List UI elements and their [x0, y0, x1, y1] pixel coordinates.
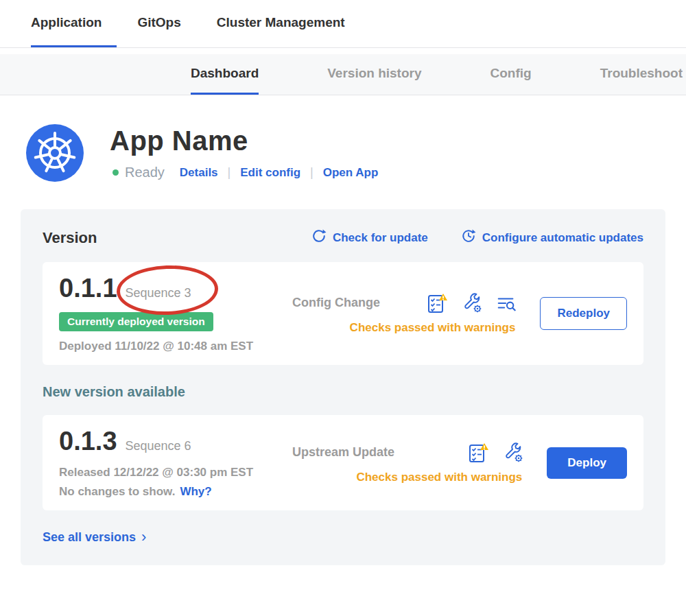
see-all-versions-link[interactable]: See all versions ›: [43, 530, 146, 545]
available-version-number: 0.1.3: [59, 427, 117, 457]
current-version-card: 0.1.1 Sequence 3 Currently deployed vers…: [43, 262, 643, 365]
kubernetes-logo-icon: [26, 124, 84, 182]
open-app-link[interactable]: Open App: [323, 166, 379, 180]
version-section-title: Version: [43, 229, 279, 247]
current-version-number: 0.1.1: [59, 274, 117, 304]
available-version-source: Upstream Update: [292, 445, 394, 460]
top-tab-gitops[interactable]: GitOps: [137, 0, 196, 47]
deploy-button[interactable]: Deploy: [547, 447, 627, 479]
redeploy-button[interactable]: Redeploy: [540, 297, 627, 330]
preflight-checks-icon[interactable]: [467, 442, 489, 464]
configure-automatic-updates-label: Configure automatic updates: [482, 231, 643, 245]
current-checks-status: Checks passed with warnings: [292, 321, 517, 335]
config-tools-icon[interactable]: [503, 442, 523, 463]
why-link[interactable]: Why?: [180, 485, 211, 499]
current-sequence-label: Sequence 3: [126, 286, 191, 300]
link-separator: |: [310, 165, 314, 180]
sub-tab-version-history[interactable]: Version history: [327, 54, 421, 95]
sub-tab-troubleshoot[interactable]: Troubleshoot: [600, 54, 683, 95]
clock-refresh-icon: [461, 228, 476, 247]
check-for-update-button[interactable]: Check for update: [311, 228, 428, 247]
see-all-versions-label: See all versions: [43, 530, 136, 545]
top-tab-cluster-management[interactable]: Cluster Management: [217, 0, 360, 47]
app-header: App Name Ready Details | Edit config | O…: [26, 124, 686, 182]
link-separator: |: [228, 165, 231, 180]
deployed-timestamp: Deployed 11/10/22 @ 10:48 am EST: [59, 340, 276, 353]
no-changes-text: No changes to show.: [59, 485, 175, 499]
edit-config-link[interactable]: Edit config: [240, 166, 300, 180]
status-ready-dot-icon: [113, 169, 119, 176]
sub-tab-dashboard[interactable]: Dashboard: [191, 54, 259, 95]
status-text: Ready: [125, 165, 165, 180]
new-version-heading: New version available: [43, 384, 643, 400]
preflight-checks-icon[interactable]: [426, 292, 448, 314]
version-panel: Version Check for update Configure autom…: [21, 209, 665, 565]
top-nav: Application GitOps Cluster Management: [0, 0, 686, 48]
sub-tab-config[interactable]: Config: [490, 54, 532, 95]
app-sub-nav: Dashboard Version history Config Trouble…: [0, 54, 686, 95]
available-version-card: 0.1.3 Sequence 6 Released 12/12/22 @ 03:…: [43, 415, 643, 511]
configure-automatic-updates-button[interactable]: Configure automatic updates: [461, 228, 643, 247]
chevron-right-icon: ›: [141, 530, 146, 545]
view-files-search-icon[interactable]: [496, 293, 517, 313]
currently-deployed-badge: Currently deployed version: [59, 312, 213, 331]
check-for-update-label: Check for update: [333, 231, 428, 245]
available-checks-status: Checks passed with warnings: [292, 471, 523, 484]
current-version-source: Config Change: [292, 296, 380, 310]
details-link[interactable]: Details: [180, 166, 218, 180]
page-title: App Name: [110, 126, 378, 156]
top-tab-application[interactable]: Application: [31, 0, 117, 47]
available-sequence-label: Sequence 6: [126, 439, 191, 453]
config-tools-icon[interactable]: [462, 293, 482, 313]
refresh-icon: [311, 228, 327, 247]
released-timestamp: Released 12/12/22 @ 03:30 pm EST: [59, 466, 276, 479]
